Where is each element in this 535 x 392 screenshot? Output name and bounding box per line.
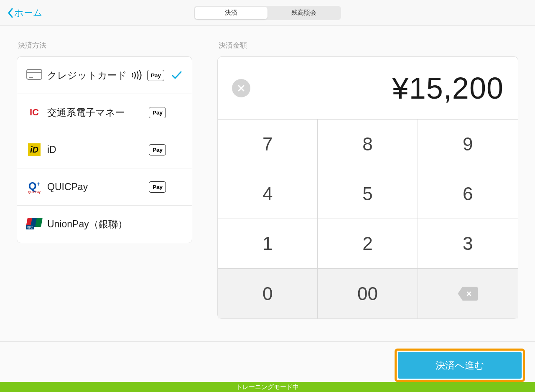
key-backspace[interactable]	[418, 269, 518, 318]
back-button[interactable]: ホーム	[8, 7, 43, 19]
contactless-icon	[131, 70, 143, 80]
proceed-highlight: 決済へ進む	[395, 349, 525, 382]
id-icon: iD	[25, 143, 44, 156]
method-transit-ic[interactable]: IC 交通系電子マネー Pay	[17, 94, 192, 131]
key-8[interactable]: 8	[318, 120, 418, 169]
close-icon	[237, 84, 245, 92]
method-label: iD	[47, 144, 56, 155]
key-00[interactable]: 00	[318, 269, 418, 318]
key-5[interactable]: 5	[318, 169, 418, 219]
method-label: UnionPay（銀聯）	[47, 218, 127, 231]
clear-amount-button[interactable]	[232, 79, 250, 97]
tab-balance[interactable]: 残高照会	[268, 7, 340, 19]
key-1[interactable]: 1	[218, 219, 318, 269]
key-6[interactable]: 6	[418, 169, 518, 219]
key-0[interactable]: 0	[218, 269, 318, 318]
proceed-button[interactable]: 決済へ進む	[398, 352, 522, 379]
method-quicpay[interactable]: Q+QUICPay QUICPay Pay	[17, 168, 192, 206]
method-unionpay[interactable]: 银联 UnionPay（銀聯）	[17, 206, 192, 243]
payment-method-list: クレジットカード Pay IC 交通系電子マネー Pay iD	[17, 56, 192, 243]
method-label: クレジットカード	[47, 69, 127, 82]
payment-method-title: 決済方法	[18, 41, 192, 50]
transit-ic-icon: IC	[25, 107, 44, 118]
method-credit-card[interactable]: クレジットカード Pay	[17, 57, 192, 94]
footer: 決済へ進む	[0, 341, 535, 382]
key-3[interactable]: 3	[418, 219, 518, 269]
tab-control: 決済 残高照会	[194, 6, 341, 20]
amount-title: 決済金額	[219, 41, 518, 50]
svg-rect-0	[27, 69, 42, 79]
back-label: ホーム	[14, 7, 43, 19]
apple-pay-badge: Pay	[149, 144, 166, 155]
apple-pay-badge: Pay	[149, 181, 166, 193]
key-2[interactable]: 2	[318, 219, 418, 269]
quicpay-icon: Q+QUICPay	[25, 180, 44, 193]
chevron-left-icon	[8, 8, 13, 18]
unionpay-icon: 银联	[25, 218, 44, 231]
credit-card-icon	[25, 69, 44, 81]
key-4[interactable]: 4	[218, 169, 318, 219]
key-9[interactable]: 9	[418, 120, 518, 169]
method-id[interactable]: iD iD Pay	[17, 131, 192, 168]
apple-pay-badge: Pay	[147, 70, 164, 81]
training-mode-bar: トレーニングモード中	[0, 382, 535, 392]
apple-pay-badge: Pay	[149, 107, 166, 118]
key-7[interactable]: 7	[218, 120, 318, 169]
check-icon	[171, 70, 183, 80]
amount-value: ¥15,200	[250, 71, 504, 105]
method-label: QUICPay	[47, 181, 88, 193]
method-label: 交通系電子マネー	[47, 106, 125, 119]
backspace-icon	[458, 287, 478, 301]
tab-payment[interactable]: 決済	[195, 7, 268, 19]
amount-panel: ¥15,200 7 8 9 4 5 6 1 2 3 0 00	[217, 56, 518, 319]
keypad: 7 8 9 4 5 6 1 2 3 0 00	[218, 120, 518, 318]
header: ホーム 決済 残高照会	[0, 0, 535, 26]
